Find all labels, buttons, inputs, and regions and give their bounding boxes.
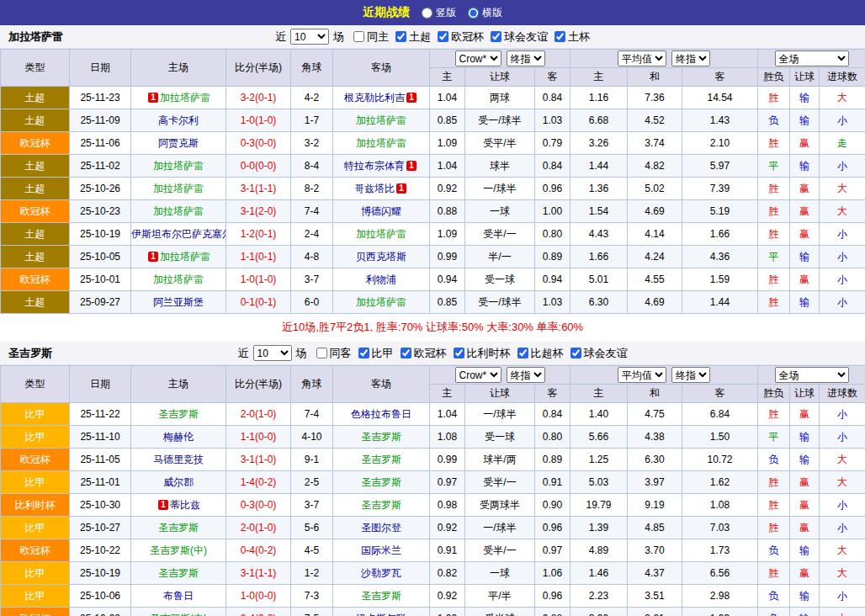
score[interactable]: 3-1(1-1) xyxy=(226,562,291,585)
home-team[interactable]: 阿贾克斯 xyxy=(158,137,199,149)
avg-stage-select[interactable]: 终指 xyxy=(671,367,710,383)
checkbox-input[interactable] xyxy=(454,348,464,358)
score[interactable]: 0-0(0-0) xyxy=(226,155,291,178)
away-team[interactable]: 利物浦 xyxy=(366,273,396,285)
odds-stage-select[interactable]: 终指 xyxy=(507,367,545,383)
home-team[interactable]: 加拉塔萨雷 xyxy=(153,160,204,172)
home-team[interactable]: 加拉塔萨雷 xyxy=(160,251,210,263)
scope-select[interactable]: 全场 xyxy=(775,50,849,66)
home-team[interactable]: 梅赫伦 xyxy=(163,431,194,443)
home-team[interactable]: 加拉塔萨雷 xyxy=(153,205,204,217)
filter-checkbox[interactable]: 土杯 xyxy=(555,29,590,45)
home-team[interactable]: 圣吉罗斯(中) xyxy=(150,613,207,616)
odds-company-select[interactable]: Crow* xyxy=(455,50,501,66)
away-team[interactable]: 圣吉罗斯 xyxy=(361,431,401,443)
home-team[interactable]: 圣吉罗斯(中) xyxy=(150,544,207,556)
home-team[interactable]: 加拉塔萨雷 xyxy=(160,92,210,104)
away-team[interactable]: 根克勒比利吉 xyxy=(344,92,405,104)
home-team[interactable]: 高卡尔利 xyxy=(158,114,199,126)
checkbox-input[interactable] xyxy=(353,31,364,42)
filter-checkbox[interactable]: 欧冠杯 xyxy=(401,346,447,361)
odds-stage-select[interactable]: 终指 xyxy=(507,50,545,66)
filter-checkbox[interactable]: 比甲 xyxy=(358,346,394,361)
home-team[interactable]: 圣吉罗斯 xyxy=(158,567,199,579)
home-team[interactable]: 蒂比兹 xyxy=(170,499,200,511)
filter-checkbox[interactable]: 球会友谊 xyxy=(570,346,628,361)
checkbox-input[interactable] xyxy=(491,31,501,42)
away-team[interactable]: 圣吉罗斯 xyxy=(361,476,401,488)
avg-select[interactable]: 平均值 xyxy=(618,367,666,383)
away-team[interactable]: 加拉塔萨雷 xyxy=(356,137,406,149)
home-team[interactable]: 威尔郡 xyxy=(163,476,194,488)
score[interactable]: 1-2(0-1) xyxy=(226,223,291,246)
filter-checkbox[interactable]: 土超 xyxy=(395,29,431,45)
away-team[interactable]: 加拉塔萨雷 xyxy=(356,114,406,126)
filter-checkbox[interactable]: 同主 xyxy=(353,29,389,45)
home-team[interactable]: 加拉塔萨雷 xyxy=(153,183,204,194)
checkbox-input[interactable] xyxy=(570,348,581,358)
result-outcome: 胜 xyxy=(758,200,790,223)
avg-stage-select[interactable]: 终指 xyxy=(671,50,710,66)
score[interactable]: 0-3(0-0) xyxy=(226,494,291,517)
score[interactable]: 3-2(0-1) xyxy=(226,87,291,109)
filter-checkbox[interactable]: 比利时杯 xyxy=(454,346,511,361)
checkbox-input[interactable] xyxy=(555,31,565,42)
filter-checkbox[interactable]: 欧冠杯 xyxy=(438,29,484,45)
score[interactable]: 1-1(0-0) xyxy=(226,426,291,449)
score[interactable]: 3-1(1-0) xyxy=(226,449,291,471)
checkbox-input[interactable] xyxy=(517,348,528,358)
away-team[interactable]: 哥兹塔比 xyxy=(354,183,395,194)
checkbox-input[interactable] xyxy=(395,31,406,42)
match-count-select[interactable]: 10 xyxy=(253,345,292,361)
score[interactable]: 2-0(1-0) xyxy=(226,517,291,539)
checkbox-input[interactable] xyxy=(438,31,448,42)
layout-option-vertical[interactable]: 竖版 xyxy=(422,6,456,20)
home-team[interactable]: 加拉塔萨雷 xyxy=(153,273,204,285)
away-team[interactable]: 加拉塔萨雷 xyxy=(356,228,406,240)
checkbox-input[interactable] xyxy=(358,348,369,358)
score[interactable]: 0-3(0-0) xyxy=(226,132,291,155)
filter-checkbox[interactable]: 比超杯 xyxy=(517,346,564,361)
away-team[interactable]: 特拉布宗体育 xyxy=(344,160,405,172)
score[interactable]: 3-1(2-0) xyxy=(226,200,291,223)
horizontal-radio[interactable] xyxy=(468,8,479,19)
home-team[interactable]: 阿兰亚斯堡 xyxy=(153,296,204,308)
away-team[interactable]: 圣吉罗斯 xyxy=(361,454,401,465)
away-team[interactable]: 沙勒罗瓦 xyxy=(361,567,401,579)
home-team[interactable]: 伊斯坦布尔巴萨克塞尔 xyxy=(131,228,226,240)
away-team[interactable]: 加拉塔萨雷 xyxy=(356,296,406,308)
away-team[interactable]: 贝西克塔斯 xyxy=(356,251,406,263)
home-team[interactable]: 马德里竞技 xyxy=(153,454,204,465)
away-team[interactable]: 圣吉罗斯 xyxy=(361,590,401,602)
avg-select[interactable]: 平均值 xyxy=(618,50,666,66)
score[interactable]: 1-4(0-2) xyxy=(226,471,291,494)
odds-company-select[interactable]: Crow* xyxy=(455,367,501,383)
filter-checkbox[interactable]: 同客 xyxy=(316,346,352,361)
away-team[interactable]: 博德闪耀 xyxy=(361,205,401,217)
score[interactable]: 1-0(1-0) xyxy=(226,268,291,291)
score[interactable]: 3-1(1-1) xyxy=(226,178,291,200)
checkbox-input[interactable] xyxy=(316,348,327,358)
score[interactable]: 0-4(0-2) xyxy=(226,608,291,616)
col-odds-handicap: 让球 xyxy=(465,385,535,403)
match-count-select[interactable]: 10 xyxy=(290,29,329,45)
away-team[interactable]: 纽卡斯尔联 xyxy=(356,613,406,616)
away-team[interactable]: 色格拉布鲁日 xyxy=(351,408,411,420)
layout-option-horizontal[interactable]: 横版 xyxy=(468,6,502,20)
score[interactable]: 1-0(1-0) xyxy=(226,109,291,132)
checkbox-input[interactable] xyxy=(401,348,411,358)
score[interactable]: 0-1(0-1) xyxy=(226,291,291,314)
vertical-radio[interactable] xyxy=(422,8,432,19)
away-team[interactable]: 圣图尔登 xyxy=(361,522,401,534)
score[interactable]: 1-0(0-0) xyxy=(226,585,291,608)
score[interactable]: 1-1(0-1) xyxy=(226,246,291,268)
score[interactable]: 2-0(1-0) xyxy=(226,403,291,426)
filter-checkbox[interactable]: 球会友谊 xyxy=(491,29,548,45)
away-team[interactable]: 国际米兰 xyxy=(361,544,401,556)
home-team[interactable]: 圣吉罗斯 xyxy=(158,522,199,534)
score[interactable]: 0-4(0-2) xyxy=(226,539,291,562)
scope-select[interactable]: 全场 xyxy=(775,367,849,383)
home-team[interactable]: 布鲁日 xyxy=(163,590,194,602)
away-team[interactable]: 圣吉罗斯 xyxy=(361,499,401,511)
home-team[interactable]: 圣吉罗斯 xyxy=(158,408,199,420)
